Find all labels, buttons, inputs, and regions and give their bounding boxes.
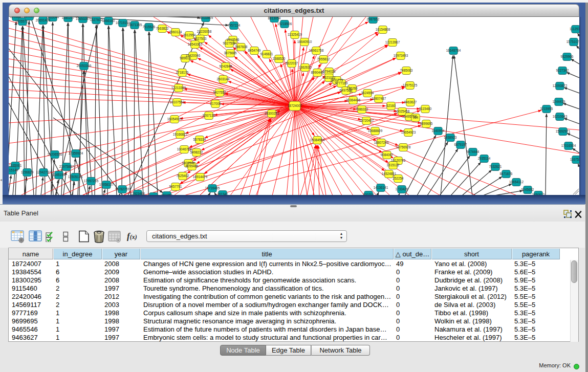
svg-text:20206536: 20206536 — [48, 152, 62, 156]
svg-text:12505135: 12505135 — [68, 175, 83, 179]
svg-text:10756928: 10756928 — [396, 145, 411, 149]
svg-text:7515526: 7515526 — [143, 25, 156, 29]
svg-text:16033809: 16033809 — [199, 17, 213, 19]
svg-text:16054919: 16054919 — [167, 117, 182, 121]
svg-text:16640910: 16640910 — [297, 40, 312, 43]
svg-text:9463627: 9463627 — [404, 100, 417, 104]
svg-text:9329966: 9329966 — [561, 55, 574, 58]
svg-text:1244419: 1244419 — [553, 100, 565, 103]
svg-text:9327508: 9327508 — [223, 41, 236, 45]
svg-text:12975125: 12975125 — [403, 83, 418, 87]
svg-text:7955812: 7955812 — [317, 57, 330, 61]
svg-text:7625402: 7625402 — [177, 174, 189, 178]
svg-text:1335061: 1335061 — [9, 164, 22, 167]
svg-text:964: 964 — [413, 116, 419, 119]
svg-text:10958107: 10958107 — [99, 183, 114, 186]
svg-text:62160: 62160 — [386, 104, 396, 107]
svg-text:989613: 989613 — [180, 56, 191, 60]
svg-text:5498222: 5498222 — [190, 150, 203, 154]
svg-text:2718176: 2718176 — [176, 71, 189, 74]
svg-text:12213369: 12213369 — [171, 86, 186, 90]
svg-text:6466160: 6466160 — [102, 19, 115, 23]
svg-text:10688609: 10688609 — [368, 129, 383, 133]
svg-text:12942737: 12942737 — [36, 170, 51, 174]
svg-text:8471676: 8471676 — [500, 172, 513, 176]
svg-text:17016504: 17016504 — [561, 144, 576, 147]
svg-text:870462: 870462 — [148, 194, 159, 195]
svg-text:7957224: 7957224 — [228, 24, 241, 27]
svg-text:1580257: 1580257 — [62, 17, 75, 19]
svg-text:15716485: 15716485 — [205, 186, 220, 190]
svg-text:3875685: 3875685 — [224, 51, 237, 55]
svg-text:7485063: 7485063 — [400, 69, 413, 72]
svg-text:1527602: 1527602 — [90, 18, 103, 21]
svg-text:16782759: 16782759 — [115, 187, 130, 191]
svg-text:9327503: 9327503 — [194, 37, 207, 40]
svg-text:820704: 820704 — [363, 193, 374, 195]
svg-text:16120746: 16120746 — [391, 159, 406, 162]
svg-text:3912954: 3912954 — [183, 33, 196, 37]
svg-text:5322037: 5322037 — [286, 61, 298, 65]
svg-text:10107552: 10107552 — [170, 100, 185, 104]
svg-text:5938923: 5938923 — [444, 136, 457, 139]
svg-text:12923466: 12923466 — [130, 192, 145, 195]
svg-text:1205619: 1205619 — [10, 17, 23, 18]
svg-text:2867608: 2867608 — [235, 45, 248, 49]
svg-text:19654923: 19654923 — [401, 130, 416, 134]
svg-text:3960124: 3960124 — [169, 30, 182, 34]
svg-text:3915144: 3915144 — [9, 168, 18, 172]
svg-text:16543362: 16543362 — [188, 42, 203, 46]
svg-text:2935114: 2935114 — [478, 157, 491, 160]
svg-text:7632621: 7632621 — [489, 165, 502, 168]
svg-text:10025458: 10025458 — [395, 110, 410, 113]
svg-text:10973493: 10973493 — [394, 54, 408, 57]
svg-text:16210643: 16210643 — [553, 115, 568, 118]
svg-text:1362615: 1362615 — [299, 65, 312, 69]
svg-text:14136141: 14136141 — [374, 186, 388, 189]
svg-text:12093872: 12093872 — [553, 84, 568, 87]
svg-text:1112974: 1112974 — [570, 27, 579, 31]
svg-text:9457791: 9457791 — [169, 185, 182, 188]
svg-text:1615132: 1615132 — [387, 163, 400, 167]
svg-text:1733426: 1733426 — [396, 187, 408, 191]
svg-text:6497568: 6497568 — [340, 89, 353, 92]
svg-text:5578334: 5578334 — [193, 138, 206, 141]
svg-text:9245652: 9245652 — [521, 188, 534, 191]
svg-text:16671355: 16671355 — [127, 23, 142, 27]
svg-text:19166827: 19166827 — [173, 133, 188, 136]
svg-text:10046788: 10046788 — [177, 147, 192, 151]
svg-text:9242848: 9242848 — [220, 64, 232, 68]
svg-text:20364436: 20364436 — [346, 98, 361, 102]
svg-text:14055713: 14055713 — [15, 19, 30, 23]
svg-text:3215955: 3215955 — [540, 107, 553, 111]
svg-text:16648784: 16648784 — [446, 49, 461, 52]
svg-text:1156829: 1156829 — [21, 170, 34, 174]
svg-text:1167534: 1167534 — [570, 158, 579, 161]
svg-text:1863044: 1863044 — [47, 17, 59, 19]
svg-text:19218506: 19218506 — [277, 22, 292, 26]
svg-text:9427552: 9427552 — [213, 91, 226, 94]
svg-text:25300253: 25300253 — [265, 112, 279, 115]
svg-text:8454749: 8454749 — [248, 49, 261, 52]
svg-text:16961758: 16961758 — [309, 49, 324, 52]
svg-text:18807249: 18807249 — [374, 141, 389, 144]
svg-text:1145194: 1145194 — [53, 173, 66, 177]
svg-text:19384554: 19384554 — [310, 138, 325, 142]
svg-text:16154808: 16154808 — [376, 28, 390, 31]
svg-text:2987652: 2987652 — [367, 17, 380, 21]
svg-text:230568: 230568 — [24, 17, 35, 18]
svg-text:7986322: 7986322 — [356, 107, 368, 111]
svg-text:2450612: 2450612 — [532, 193, 545, 195]
svg-text:217006: 217006 — [210, 102, 221, 105]
svg-text:9474444: 9474444 — [467, 150, 480, 154]
svg-text:15692971: 15692971 — [556, 129, 571, 133]
svg-text:12213967: 12213967 — [385, 40, 400, 44]
svg-text:7663822: 7663822 — [156, 27, 169, 30]
svg-text:9777169: 9777169 — [335, 81, 348, 85]
svg-text:18724007: 18724007 — [288, 104, 302, 107]
svg-text:17359924: 17359924 — [69, 151, 83, 155]
svg-text:8099488: 8099488 — [186, 164, 199, 168]
svg-text:14524851: 14524851 — [382, 172, 397, 176]
svg-text:6794028: 6794028 — [323, 70, 336, 73]
svg-text:3624554: 3624554 — [361, 91, 374, 95]
